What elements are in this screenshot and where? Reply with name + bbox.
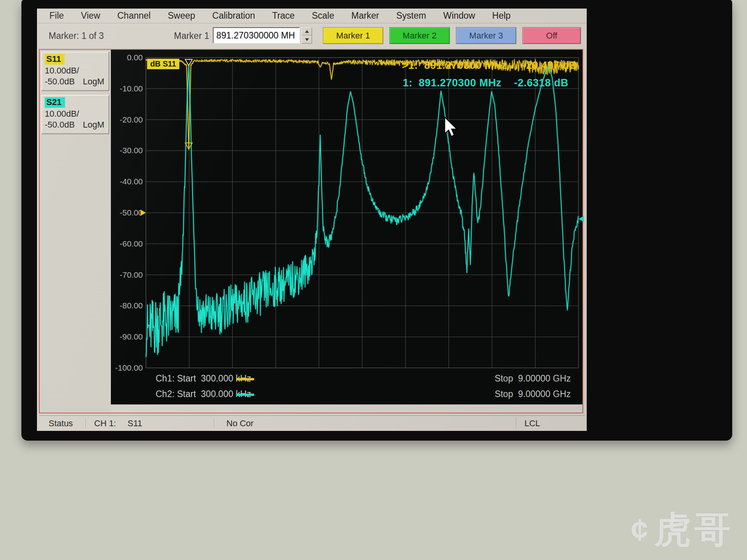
button-marker-1[interactable]: Marker 1 [323,27,383,44]
statusbar-separator [86,417,86,429]
menu-bar: FileViewChannelSweepCalibrationTraceScal… [37,9,587,23]
legend-trace-swatch [236,394,254,396]
y-axis-label: -30.00 [111,146,143,155]
legend-row-ch1: Ch1: Start 300.000 kHzStop 9.00000 GHz [111,373,582,387]
legend-stop-text: Stop 9.00000 GHz [494,373,571,384]
y-axis-label: 0.00 [111,53,143,62]
sidebar-trace-list: S1110.00dB/-50.0dBLogMS2110.00dB/-50.0dB… [40,50,111,413]
watermark: ¢ 虎哥 [631,505,734,555]
trace-scale-value: 10.00dB/ [45,108,106,119]
active-trace-label: S11 [128,418,142,429]
y-axis-label: -50.00 [111,208,143,217]
vna-screen: FileViewChannelSweepCalibrationTraceScal… [37,9,587,431]
y-axis-label: -10.00 [111,84,143,93]
marker-readout-s21: 1: 891.270300 MHz -2.6318 dB [403,77,568,89]
correction-status: No Cor [226,418,254,429]
menu-item-file[interactable]: File [49,10,64,21]
marker1-field-label: Marker 1 [174,31,209,41]
button-off[interactable]: Off [523,27,581,44]
legend-stop-text: Stop 9.00000 GHz [494,389,571,399]
y-axis-label: -70.00 [111,270,143,280]
reference-level-arrow [579,216,584,222]
menu-item-marker[interactable]: Marker [351,10,379,21]
channel-label: CH 1: [94,418,116,429]
trace-ref-format: -50.0dBLogM [45,76,106,87]
legend-channel-text: Ch2: Start 300.000 kHz [156,389,251,399]
legend-trace-swatch [236,378,254,380]
watermark-logo-icon: ¢ [631,512,649,548]
watermark-text: 虎哥 [654,505,734,555]
statusbar-separator [516,417,517,429]
y-axis-label: -80.00 [111,301,143,310]
trace-ref-format: -50.0dBLogM [45,119,106,130]
legend-channel-text: Ch1: Start 300.000 kHz [156,373,251,384]
active-trace-tag: dB S11 [147,59,179,69]
y-axis-labels: 0.00-10.00-20.00-30.00-40.00-50.00-60.00… [111,50,144,404]
y-axis-label: -90.00 [111,332,143,341]
trace-tag-s11[interactable]: S11 [45,54,65,65]
y-axis-label: -20.00 [111,115,143,124]
trace-info-s11[interactable]: S1110.00dB/-50.0dBLogM [41,52,109,91]
trace-canvas [146,58,579,368]
button-marker-3[interactable]: Marker 3 [456,27,516,44]
marker-buttons: Marker 1Marker 2Marker 3Off [323,27,581,44]
statusbar-separator [214,417,215,429]
trace-scale-value: 10.00dB/ [45,65,106,76]
menu-item-system[interactable]: System [396,10,426,21]
spin-up-button[interactable] [302,27,312,35]
menu-item-help[interactable]: Help [492,10,510,21]
trace-info-s21[interactable]: S2110.00dB/-50.0dBLogM [41,95,109,134]
menu-item-window[interactable]: Window [443,10,475,21]
marker-readout-s11: >1: 891.270300 MHz -29.497 dB [402,60,577,72]
status-label: Status [49,418,73,429]
y-axis-label: -40.00 [111,177,143,186]
display-frame: S1110.00dB/-50.0dBLogMS2110.00dB/-50.0dB… [39,49,583,413]
marker-frequency-input[interactable] [213,27,300,44]
mouse-cursor-icon [444,117,461,138]
y-axis-label: -100.00 [111,363,143,373]
menu-item-trace[interactable]: Trace [272,10,295,21]
marker-toolbar: Marker: 1 of 3 Marker 1 Marker 1Marker 2… [37,24,587,49]
screen-bezel: FileViewChannelSweepCalibrationTraceScal… [21,0,732,441]
instrument-photo: FileViewChannelSweepCalibrationTraceScal… [0,0,747,560]
plot-area: 0.00-10.00-20.00-30.00-40.00-50.00-60.00… [111,50,582,404]
marker-status-label: Marker: 1 of 3 [49,31,104,41]
lcl-indicator: LCL [524,418,540,429]
status-bar: Status CH 1: S11 No Cor LCL [39,415,585,430]
legend-row-ch2: Ch2: Start 300.000 kHzStop 9.00000 GHz [111,389,582,402]
menu-item-scale[interactable]: Scale [312,10,334,21]
menu-item-view[interactable]: View [81,10,100,21]
button-marker-2[interactable]: Marker 2 [389,27,450,44]
spin-down-button[interactable] [302,35,312,44]
menu-item-channel[interactable]: Channel [117,10,151,21]
menu-item-calibration[interactable]: Calibration [212,10,255,21]
trace-tag-s21[interactable]: S21 [45,97,65,108]
menu-item-sweep[interactable]: Sweep [168,10,195,21]
y-axis-label: -60.00 [111,239,143,248]
plot-grid: dB S11 >1: 891.270300 MHz -29.497 dB 1: … [146,58,579,368]
frequency-spinner [302,27,312,44]
